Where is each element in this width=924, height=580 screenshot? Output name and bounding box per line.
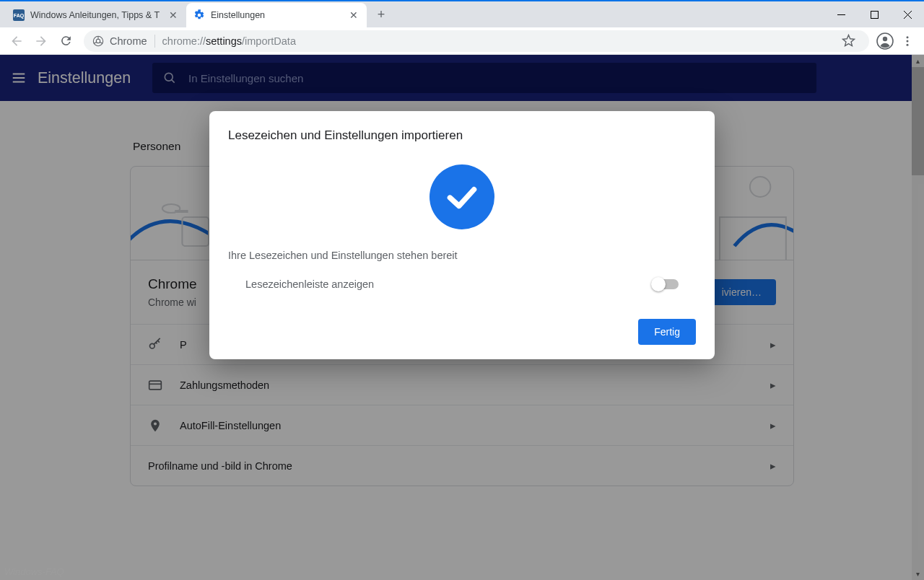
forward-button[interactable]	[29, 29, 53, 53]
show-bookmarks-toggle[interactable]	[653, 279, 679, 289]
minimize-button[interactable]	[824, 1, 858, 27]
success-check-icon	[430, 164, 494, 229]
svg-point-5	[96, 39, 100, 43]
svg-point-13	[907, 43, 909, 45]
profile-avatar[interactable]	[875, 31, 895, 51]
dialog-subtitle: Ihre Lesezeichen und Einstellungen stehe…	[228, 250, 696, 261]
show-bookmarks-bar-row: Lesezeichenleiste anzeigen	[228, 278, 696, 290]
tab-strip: FAQ Windows Anleitungen, Tipps & T ✕ Ein…	[0, 1, 924, 27]
window-controls	[824, 1, 924, 27]
toggle-label: Lesezeichenleiste anzeigen	[245, 278, 374, 290]
close-button[interactable]	[891, 1, 924, 27]
tab-settings[interactable]: Einstellungen ✕	[186, 3, 367, 27]
url-text: chrome://settings/importData	[162, 35, 296, 47]
reload-button[interactable]	[53, 29, 78, 53]
back-button[interactable]	[4, 29, 29, 53]
address-bar[interactable]: Chrome chrome://settings/importData	[84, 30, 869, 52]
svg-point-12	[907, 40, 909, 42]
chrome-icon	[92, 35, 104, 47]
faq-favicon: FAQ	[13, 9, 25, 21]
separator	[154, 35, 155, 48]
svg-line-7	[94, 42, 97, 43]
svg-line-8	[100, 42, 103, 43]
close-icon[interactable]: ✕	[348, 9, 359, 21]
dialog-title: Lesezeichen und Einstellungen importiere…	[228, 128, 696, 143]
page-viewport: Einstellungen Personen	[0, 55, 924, 580]
import-dialog: Lesezeichen und Einstellungen importiere…	[209, 111, 715, 359]
watermark: Windows-FAQ	[4, 566, 64, 577]
tab-title: Windows Anleitungen, Tipps & T	[30, 10, 162, 20]
tab-windows-faq[interactable]: FAQ Windows Anleitungen, Tipps & T ✕	[6, 3, 186, 27]
svg-point-11	[907, 36, 909, 38]
close-icon[interactable]: ✕	[167, 9, 179, 21]
svg-point-10	[883, 36, 887, 40]
gear-icon	[193, 9, 205, 21]
tab-title: Einstellungen	[211, 10, 342, 20]
bookmark-star-icon[interactable]	[836, 29, 860, 53]
done-button[interactable]: Fertig	[638, 319, 696, 345]
svg-rect-1	[871, 11, 878, 18]
modal-overlay: Lesezeichen und Einstellungen importiere…	[0, 55, 924, 580]
menu-button[interactable]	[895, 29, 920, 53]
browser-toolbar: Chrome chrome://settings/importData	[0, 27, 924, 55]
maximize-button[interactable]	[858, 1, 891, 27]
url-chrome-label: Chrome	[110, 35, 147, 47]
new-tab-button[interactable]: +	[371, 4, 391, 25]
